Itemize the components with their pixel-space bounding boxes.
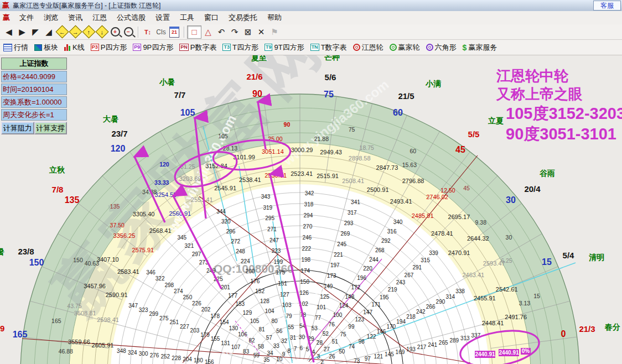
spiral-number: 223 bbox=[272, 248, 281, 254]
spiral-number: 174 bbox=[300, 268, 310, 274]
spiral-number: 145 bbox=[385, 351, 394, 357]
spiral-number: 299 bbox=[149, 311, 158, 317]
calendar-icon[interactable]: 21 bbox=[168, 26, 181, 38]
spiral-number: 220 bbox=[363, 266, 372, 272]
date-label: 21/5 bbox=[398, 91, 414, 101]
menu-item-工具[interactable]: 工具 bbox=[175, 13, 199, 23]
menu-item-资讯[interactable]: 资讯 bbox=[63, 13, 87, 23]
updown-axis-icon[interactable]: T↕ bbox=[141, 26, 154, 38]
spiral-number: 99 bbox=[348, 324, 355, 330]
tool-9p-square-icon: P9 bbox=[133, 44, 141, 51]
arc-ccw-icon[interactable]: ↶ bbox=[215, 26, 228, 38]
tool-p-table[interactable]: PNP数字表 bbox=[179, 43, 216, 53]
spiral-number: 10 bbox=[276, 356, 283, 362]
spiral-number: 297 bbox=[192, 251, 201, 257]
spiral-number: 31 bbox=[290, 335, 297, 341]
sectors-blocks-icon bbox=[34, 44, 42, 51]
tool-hexagon[interactable]: 六角形 bbox=[426, 43, 457, 53]
customer-service-button[interactable]: 客服 bbox=[593, 1, 621, 11]
spiral-number: 275 bbox=[159, 315, 169, 321]
shift-down-icon[interactable]: ↓ bbox=[95, 26, 108, 38]
spiral-number: 170 bbox=[386, 324, 396, 330]
tool-p-square[interactable]: P3P四方形 bbox=[91, 43, 127, 53]
price-chip-label: 0% bbox=[522, 348, 530, 354]
service-dollar-icon: $ bbox=[463, 43, 467, 52]
menu-item-浏览[interactable]: 浏览 bbox=[39, 13, 63, 23]
menu-item-窗口[interactable]: 窗口 bbox=[199, 13, 224, 23]
spiral-number: 267 bbox=[405, 272, 414, 278]
calc-support-button[interactable]: 计算支撑 bbox=[34, 122, 68, 134]
angle-ring-label: 150 bbox=[73, 257, 83, 263]
tool-t-table[interactable]: TNT数字表 bbox=[310, 43, 347, 53]
window-title: 赢家江恩专业版[赢家服务平台] - [上证指数 江恩轮] bbox=[13, 1, 160, 11]
pointer-up-icon[interactable]: ◤ bbox=[29, 26, 42, 38]
date-label: 5/6 bbox=[325, 72, 336, 82]
spiral-number: 55 bbox=[288, 324, 294, 330]
zoom-in-icon[interactable]: + bbox=[108, 26, 122, 38]
menu-item-设置[interactable]: 设置 bbox=[151, 13, 175, 23]
spiral-number: 276 bbox=[150, 352, 159, 358]
prev-icon[interactable]: ◀ bbox=[2, 26, 15, 38]
tool-9t-square[interactable]: T99T四方形 bbox=[265, 43, 304, 53]
tool-winner-wheel-icon bbox=[390, 44, 397, 51]
price-inner: 2575.91 bbox=[132, 247, 154, 253]
spiral-number: 196 bbox=[357, 275, 366, 281]
shift-left-icon[interactable]: ← bbox=[55, 26, 69, 38]
spiral-number: 173 bbox=[327, 273, 336, 279]
toolbar-separator bbox=[138, 27, 138, 38]
spiral-number: 202 bbox=[201, 306, 211, 313]
next-icon[interactable]: ▶ bbox=[15, 26, 29, 38]
tool-service[interactable]: $赢家服务 bbox=[463, 43, 497, 53]
tool-gann-wheel[interactable]: 江恩轮 bbox=[353, 43, 383, 53]
tool-quotes[interactable]: 行情 bbox=[3, 43, 28, 53]
crosshair-icon[interactable]: ✕ bbox=[255, 26, 268, 38]
menu-item-交易委托[interactable]: 交易委托 bbox=[224, 13, 262, 23]
tool-kline[interactable]: K线 bbox=[64, 43, 85, 53]
zoom-out-icon[interactable]: − bbox=[122, 26, 135, 38]
spiral-number: 180 bbox=[194, 357, 203, 363]
price-outer: 3203.69 bbox=[179, 175, 201, 182]
shift-right-icon[interactable]: → bbox=[69, 26, 82, 38]
calc-resistance-button[interactable]: 计算阻力 bbox=[1, 122, 34, 134]
tool-sectors[interactable]: 板块 bbox=[34, 43, 58, 53]
percent-label: 12.50 bbox=[440, 187, 455, 194]
arc-cw-icon[interactable]: ↷ bbox=[228, 26, 241, 38]
menu-item-帮助[interactable]: 帮助 bbox=[262, 13, 287, 23]
tool-9p-square[interactable]: P99P四方形 bbox=[133, 43, 173, 53]
spiral-number: 105 bbox=[250, 318, 260, 324]
rect-tool-icon[interactable]: □ bbox=[187, 25, 201, 39]
spiral-number: 224 bbox=[241, 258, 250, 264]
menu-item-江恩[interactable]: 江恩 bbox=[87, 13, 112, 23]
tool-winner-wheel[interactable]: 赢家轮 bbox=[390, 43, 420, 53]
solar-term-label: 小暑 bbox=[159, 77, 175, 86]
spiral-number: 131 bbox=[221, 340, 230, 346]
price-inner: 2530.91 bbox=[265, 172, 287, 179]
shift-up-icon[interactable]: ↑ bbox=[82, 26, 95, 38]
tool-t-square[interactable]: T3T四方形 bbox=[222, 43, 258, 53]
menu-item-公式选股[interactable]: 公式选股 bbox=[112, 13, 151, 23]
solar-term-label: 大暑 bbox=[103, 115, 118, 123]
spiral-number: 103 bbox=[282, 302, 292, 308]
angle-ring-label: 30 bbox=[506, 234, 512, 241]
tool-p-square-label: P四方形 bbox=[101, 43, 127, 53]
menu-item-文件[interactable]: 文件 bbox=[14, 13, 39, 23]
spiral-number: 2 bbox=[320, 359, 324, 364]
spiral-number: 53 bbox=[312, 325, 318, 331]
triangle-tool-icon[interactable]: △ bbox=[201, 26, 215, 38]
step-row: 周天变化步长=1 bbox=[1, 109, 67, 121]
spiral-number: 124 bbox=[339, 303, 349, 309]
price-inner: 2560.91 bbox=[169, 210, 191, 217]
spiral-number: 3 bbox=[317, 353, 320, 360]
spiral-number: 226 bbox=[192, 300, 201, 306]
pointer-down-icon[interactable]: ◢ bbox=[42, 26, 55, 38]
price-inner: 2583.41 bbox=[117, 268, 139, 275]
spiral-number: 193 bbox=[406, 346, 416, 352]
angle-ring-label: 60 bbox=[410, 148, 416, 154]
spiral-number: 6 bbox=[300, 345, 303, 351]
price-outer: 3000.29 bbox=[291, 147, 313, 153]
box-x-icon[interactable]: ⊠ bbox=[241, 26, 255, 38]
outer-angle-label: 15 bbox=[542, 257, 552, 267]
price-inner: 2508.41 bbox=[342, 178, 364, 184]
cls-button[interactable]: Cls bbox=[154, 26, 168, 38]
flag-icon[interactable]: ⚑ bbox=[268, 26, 281, 38]
